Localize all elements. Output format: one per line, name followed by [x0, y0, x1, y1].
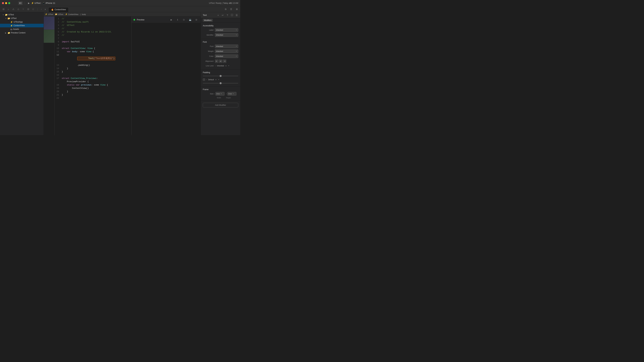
- location-icon[interactable]: ⊡: [26, 7, 30, 11]
- sidebar-toggle-button[interactable]: [18, 1, 23, 5]
- contentview-tab[interactable]: 🔥 ContentView: [48, 7, 69, 12]
- diamond-icon[interactable]: ◇: [16, 7, 20, 11]
- height-plus[interactable]: +: [233, 93, 234, 95]
- width-input[interactable]: Inher +: [216, 92, 224, 96]
- sidebar-item-uitextapp[interactable]: ⚡ UITextApp: [0, 20, 44, 24]
- code-line-17b: PreviewProvider {: [54, 80, 131, 83]
- line-content: struct ContentView_Previews:: [61, 77, 131, 80]
- inspector-tabs: Modifiers: [201, 18, 240, 22]
- padding-thumb: [220, 75, 222, 77]
- branch-icon[interactable]: ⑂: [21, 7, 26, 11]
- line-content: Text("Text的常规用法"): [61, 53, 131, 64]
- label-value: Inherited: [216, 29, 223, 31]
- width-plus[interactable]: +: [220, 93, 222, 95]
- line-number: 7: [54, 37, 61, 40]
- sidebar-item-preview-content[interactable]: ▶ 📁 Preview Content: [0, 31, 44, 35]
- sidebar-item-uitext-group[interactable]: ▾ 📂 UIText: [0, 16, 44, 20]
- breadcrumb-contentview[interactable]: ContentView: [68, 13, 78, 15]
- window-controls: [2, 2, 10, 4]
- history-insp-icon[interactable]: ↩: [221, 13, 224, 17]
- weight-value: Inherited: [216, 50, 223, 52]
- align-left-button[interactable]: ⇤: [215, 59, 218, 63]
- breadcrumb-uitext-group[interactable]: UIText: [58, 13, 63, 15]
- padding-minus[interactable]: -: [206, 78, 207, 81]
- align-right-button[interactable]: ⇥: [223, 59, 226, 63]
- weight-dropdown[interactable]: Inherited ▼: [215, 49, 238, 53]
- identifier-dropdown[interactable]: Inherited ▼: [215, 33, 238, 37]
- search-icon[interactable]: ⌕: [6, 7, 10, 11]
- height-input[interactable]: Inher +: [227, 92, 236, 96]
- line-number: 11: [54, 50, 61, 53]
- add-file-icon[interactable]: ＋: [223, 1, 227, 5]
- sidebar-item-label: UITextApp: [14, 21, 22, 23]
- identifier-field-label: Identifier: [203, 34, 214, 36]
- padding-plus[interactable]: +: [215, 78, 217, 81]
- line-number: 6: [54, 34, 61, 37]
- forward-button[interactable]: ›: [44, 7, 47, 11]
- padding-arrow[interactable]: ▼: [218, 79, 220, 80]
- sidebar-item-label: UIText: [11, 17, 16, 19]
- breadcrumb-body[interactable]: body: [82, 13, 86, 15]
- font-dropdown[interactable]: Inherited ▼: [215, 44, 238, 48]
- dropdown-arrow-icon: ▼: [236, 50, 237, 52]
- more-options-icon[interactable]: ⋯: [234, 1, 238, 5]
- line-limit-plus[interactable]: +: [225, 64, 226, 67]
- duplicate-icon[interactable]: ⊡: [182, 17, 186, 22]
- mini-thumb-2: [44, 30, 54, 43]
- line-content: var body: some View {: [61, 50, 131, 53]
- inspector-toggle-icon[interactable]: ⊞: [228, 1, 233, 5]
- add-file-insp-icon[interactable]: +: [216, 13, 220, 17]
- font-header: Font: [201, 40, 240, 44]
- canvas-icon[interactable]: ⊞: [235, 7, 239, 11]
- minimize-button[interactable]: [5, 2, 7, 4]
- width-minus[interactable]: -: [214, 92, 215, 95]
- settings-icon[interactable]: ⊟: [194, 17, 199, 22]
- split-editor-icon[interactable]: ⧉: [224, 7, 228, 11]
- height-minus[interactable]: -: [226, 92, 227, 95]
- line-content: import SwiftUI: [61, 40, 131, 43]
- device-icon[interactable]: 💻: [188, 17, 192, 22]
- height-field: - Inher +: [226, 92, 236, 96]
- back-button[interactable]: ‹: [40, 7, 43, 11]
- list-insp-icon[interactable]: ☰: [235, 13, 238, 17]
- folder-icon[interactable]: ⊟: [1, 7, 6, 11]
- run-button[interactable]: ▶: [27, 1, 30, 5]
- code-editor[interactable]: 1 // 2 // ContentView.swift 3 // UIText …: [54, 16, 131, 135]
- label-dropdown[interactable]: Inherited ▼: [215, 28, 238, 32]
- info-icon[interactable]: ℹ: [175, 17, 180, 22]
- breadcrumb-uitext[interactable]: UIText: [48, 13, 53, 15]
- warning-icon[interactable]: ⚠: [11, 7, 16, 11]
- code-line-9: 9: [54, 43, 131, 47]
- sidebar-item-contentview[interactable]: ⚡ ContentView: [0, 24, 44, 27]
- sidebar-item-uitext-root[interactable]: ▾ 📁 UIText: [0, 13, 44, 16]
- identifier-value: Inherited: [216, 34, 223, 36]
- code-line-6: 6 //: [54, 34, 131, 37]
- padding-checkbox[interactable]: [203, 78, 205, 81]
- accessibility-header: Accessibility: [201, 24, 240, 27]
- line-limit-arrow[interactable]: ▼: [228, 65, 230, 67]
- code-line-18: 18 static var previews: some View {: [54, 83, 131, 87]
- modifiers-tab[interactable]: Modifiers: [203, 19, 213, 22]
- close-button[interactable]: [2, 2, 4, 4]
- padding-slider-top[interactable]: [203, 76, 238, 76]
- line-number: 13: [54, 64, 61, 67]
- info-insp-icon[interactable]: ⓘ: [230, 13, 234, 17]
- font-value: Inherited: [216, 45, 223, 47]
- func-icon: ƒ: [80, 13, 81, 15]
- label-field-value: Inherited ▼: [215, 28, 238, 32]
- align-center-button[interactable]: ⇌: [219, 59, 222, 63]
- question-insp-icon[interactable]: ?: [226, 13, 229, 17]
- title-bar: ▶ ⚡ UIText › 📱 iPhone 11 UIText: Ready |…: [0, 0, 240, 6]
- rect-icon[interactable]: □: [31, 7, 35, 11]
- line-content: // ContentView.swift: [61, 20, 131, 24]
- line-limit-minus[interactable]: -: [215, 64, 216, 67]
- padding-slider-bottom[interactable]: [203, 83, 238, 84]
- color-dropdown[interactable]: Inherited ▼: [215, 54, 238, 58]
- add-modifier-button[interactable]: Add Modifier: [203, 103, 238, 107]
- editor-mode-icon[interactable]: ☰: [229, 7, 233, 11]
- code-line-19: 19 ContentView(): [54, 87, 131, 90]
- line-number: 17: [54, 77, 61, 80]
- live-preview-icon[interactable]: ▶: [169, 17, 174, 22]
- sidebar-item-assets[interactable]: 🗂 Assets: [0, 27, 44, 31]
- maximize-button[interactable]: [8, 2, 10, 4]
